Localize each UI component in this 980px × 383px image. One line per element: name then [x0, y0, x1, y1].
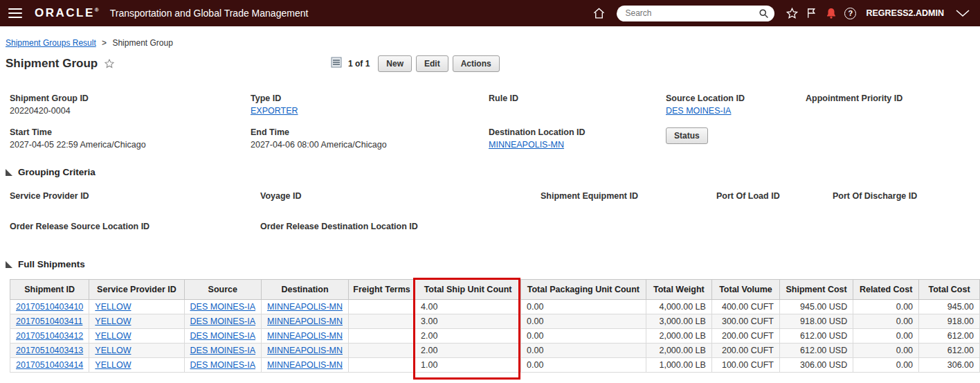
- service-provider-id-link[interactable]: YELLOW: [95, 331, 131, 341]
- source-link[interactable]: DES MOINES-IA: [190, 317, 255, 326]
- menu-icon[interactable]: [8, 8, 22, 18]
- source-location-link[interactable]: DES MOINES-IA: [666, 106, 731, 116]
- actions-button[interactable]: Actions: [453, 55, 500, 72]
- field-appointment-priority-id: Appointment Priority ID: [806, 93, 980, 116]
- help-icon[interactable]: ?: [844, 8, 856, 19]
- favorite-star-icon[interactable]: [104, 58, 115, 69]
- cell-destination: MINNEAPOLIS-MN: [262, 344, 349, 358]
- status-button[interactable]: Status: [666, 127, 708, 144]
- cell-shipment-id: 20170510403413: [10, 344, 89, 358]
- destination-link[interactable]: MINNEAPOLIS-MN: [267, 360, 343, 370]
- service-provider-id-link[interactable]: YELLOW: [95, 302, 131, 312]
- chevron-down-icon[interactable]: [955, 9, 970, 17]
- search-box: [617, 6, 774, 21]
- field-shipment-equipment-id: Shipment Equipment ID: [541, 191, 716, 212]
- field-label: End Time: [251, 127, 489, 137]
- user-menu[interactable]: REGRESS2.ADMIN: [866, 8, 944, 18]
- favorites-icon[interactable]: [786, 7, 799, 20]
- cell-shipment-id: 20170510403414: [10, 358, 89, 373]
- cell-destination: MINNEAPOLIS-MN: [262, 358, 349, 373]
- shipment-id-link[interactable]: 20170510403412: [16, 331, 83, 341]
- shipment-id-link[interactable]: 20170510403414: [16, 360, 83, 370]
- source-link[interactable]: DES MOINES-IA: [190, 331, 255, 341]
- notifications-bell-icon[interactable]: [825, 7, 837, 19]
- cell-source: DES MOINES-IA: [184, 344, 261, 358]
- oracle-logo-text: ORACLE: [35, 6, 95, 19]
- breadcrumb-link[interactable]: Shipment Groups Result: [6, 38, 96, 48]
- grouping-criteria-header[interactable]: Grouping Criteria: [6, 167, 980, 177]
- pager-icon[interactable]: [331, 57, 342, 71]
- record-toolbar: 1 of 1 New Edit Actions: [331, 55, 500, 73]
- cell-total-cost: 612.00: [919, 329, 980, 344]
- cell-total-weight: 2,000.00 LB: [646, 329, 711, 344]
- table-row: 20170510403410YELLOWDES MOINES-IAMINNEAP…: [10, 300, 980, 314]
- cell-total-volume: 100.00 CUFT: [711, 358, 779, 373]
- flag-icon[interactable]: [806, 7, 818, 19]
- cell-destination: MINNEAPOLIS-MN: [262, 300, 349, 314]
- column-header-service-provider-id: Service Provider ID: [89, 280, 184, 300]
- destination-link[interactable]: MINNEAPOLIS-MN: [267, 346, 343, 355]
- field-start-time: Start Time 2027-04-05 22:59 America/Chic…: [10, 127, 251, 150]
- field-order-release-source-location-id: Order Release Source Location ID: [10, 222, 260, 242]
- cell-total-ship-unit-count: 2.00: [415, 344, 521, 358]
- section-collapse-icon[interactable]: [6, 261, 12, 268]
- source-link[interactable]: DES MOINES-IA: [190, 346, 255, 355]
- cell-total-cost: 918.00: [919, 314, 980, 329]
- field-label: Appointment Priority ID: [806, 93, 980, 103]
- cell-total-volume: 200.00 CUFT: [711, 344, 779, 358]
- column-header-destination: Destination: [262, 280, 349, 300]
- source-link[interactable]: DES MOINES-IA: [190, 360, 255, 370]
- field-label: Port Of Load ID: [716, 191, 833, 201]
- destination-link[interactable]: MINNEAPOLIS-MN: [267, 302, 343, 312]
- title-row: Shipment Group 1 of 1 New Edit Actions: [6, 55, 980, 73]
- cell-source: DES MOINES-IA: [184, 358, 261, 373]
- table-row: 20170510403411YELLOWDES MOINES-IAMINNEAP…: [10, 314, 980, 329]
- edit-button[interactable]: Edit: [416, 55, 448, 72]
- table-row: 20170510403413YELLOWDES MOINES-IAMINNEAP…: [10, 344, 980, 358]
- shipment-id-link[interactable]: 20170510403410: [16, 302, 83, 312]
- cell-total-packaging-unit-count: 0.00: [521, 314, 646, 329]
- search-icon[interactable]: [759, 8, 769, 21]
- search-input[interactable]: [617, 6, 774, 21]
- shipment-id-link[interactable]: 20170510403413: [16, 346, 83, 355]
- shipment-id-link[interactable]: 20170510403411: [16, 317, 82, 326]
- table-row: 20170510403414YELLOWDES MOINES-IAMINNEAP…: [10, 358, 980, 373]
- field-label: Service Provider ID: [10, 191, 260, 201]
- cell-shipment-id: 20170510403410: [10, 300, 89, 314]
- column-header-source: Source: [184, 280, 261, 300]
- field-service-provider-id: Service Provider ID: [10, 191, 260, 212]
- section-collapse-icon[interactable]: [6, 169, 12, 176]
- cell-total-packaging-unit-count: 0.00: [521, 358, 646, 373]
- field-value: 20220420-0004: [10, 106, 251, 116]
- oracle-logo: ORACLE®: [35, 6, 99, 20]
- new-button[interactable]: New: [378, 55, 412, 72]
- cell-freight-terms: [349, 300, 415, 314]
- section-title: Full Shipments: [18, 259, 85, 269]
- topbar: ORACLE® Transportation and Global Trade …: [0, 0, 980, 26]
- home-icon[interactable]: [592, 7, 606, 20]
- cell-service-provider-id: YELLOW: [89, 314, 184, 329]
- cell-total-weight: 2,000.00 LB: [646, 344, 711, 358]
- cell-freight-terms: [349, 344, 415, 358]
- field-type-id: Type ID EXPORTER: [251, 93, 489, 116]
- field-label: Shipment Group ID: [10, 93, 251, 103]
- destination-link[interactable]: MINNEAPOLIS-MN: [267, 317, 343, 326]
- type-id-link[interactable]: EXPORTER: [251, 106, 298, 116]
- service-provider-id-link[interactable]: YELLOW: [95, 346, 131, 355]
- breadcrumb-separator: >: [102, 38, 107, 48]
- field-destination-location-id: Destination Location ID MINNEAPOLIS-MN: [489, 127, 666, 150]
- cell-related-cost: 0.00: [853, 314, 919, 329]
- cell-related-cost: 0.00: [853, 329, 919, 344]
- field-status: Status: [666, 127, 806, 150]
- cell-total-cost: 612.00: [919, 344, 980, 358]
- field-shipment-group-id: Shipment Group ID 20220420-0004: [10, 93, 251, 116]
- destination-location-link[interactable]: MINNEAPOLIS-MN: [489, 140, 564, 150]
- cell-shipment-id: 20170510403412: [10, 329, 89, 344]
- column-header-related-cost: Related Cost: [853, 280, 919, 300]
- destination-link[interactable]: MINNEAPOLIS-MN: [267, 331, 343, 341]
- service-provider-id-link[interactable]: YELLOW: [95, 317, 131, 326]
- full-shipments-header[interactable]: Full Shipments: [6, 259, 980, 269]
- service-provider-id-link[interactable]: YELLOW: [95, 360, 131, 370]
- field-label: Shipment Equipment ID: [541, 191, 716, 201]
- source-link[interactable]: DES MOINES-IA: [190, 302, 255, 312]
